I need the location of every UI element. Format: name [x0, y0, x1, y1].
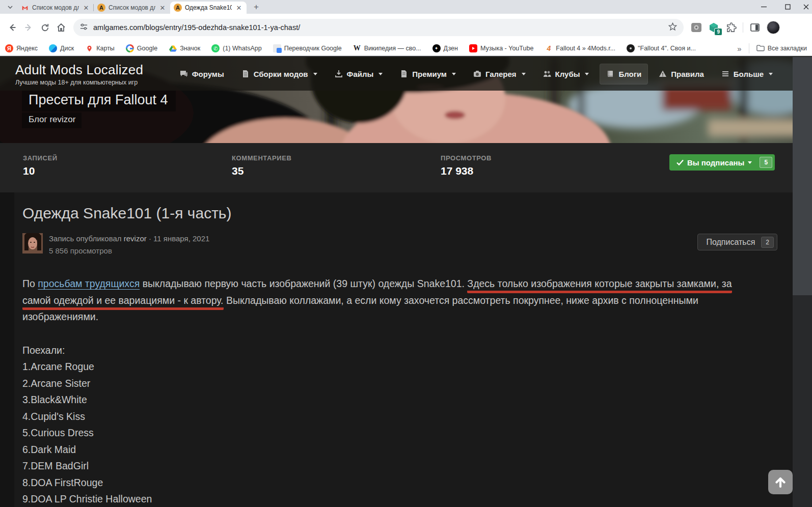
folder-icon [756, 44, 765, 53]
entry-title: Одежда Snake101 (1-я часть) [22, 205, 784, 222]
tab-title: Одежда Snake101 (1-я часть) - [185, 4, 232, 11]
bookmark-whatsapp[interactable]: ✆ (1) WhatsApp [211, 44, 261, 52]
download-icon [335, 70, 343, 78]
views-count: 5 856 просмотров [49, 246, 209, 255]
bookmark-4mods[interactable]: 4 Fallout 4 » 4Mods.r... [545, 44, 615, 52]
inline-link[interactable]: просьбам трудящихся [38, 278, 140, 289]
book-icon [606, 70, 614, 78]
scrollbar-thumb[interactable] [793, 57, 812, 295]
bookmark-star-icon[interactable] [668, 22, 678, 34]
page-scrollbar[interactable] [793, 57, 812, 507]
bookmarks-overflow-icon[interactable]: » [737, 44, 741, 53]
extension-gray-icon[interactable] [691, 22, 702, 33]
new-tab-button[interactable]: + [250, 1, 263, 14]
author-avatar[interactable] [22, 233, 43, 254]
browser-tab[interactable]: Список модов для сборки Se ✕ [17, 2, 94, 14]
bookmark-label: Яндекс [16, 45, 38, 52]
subscribers-count-badge[interactable]: 5 [760, 157, 772, 168]
chevron-down-icon [313, 73, 317, 75]
chevron-down-icon [585, 73, 589, 75]
bookmark-label: Карты [96, 45, 115, 52]
side-panel-icon[interactable] [749, 22, 761, 33]
browser-toolbar: amlgames.com/blogs/entry/195-odezhda-sna… [0, 14, 812, 41]
maximize-button[interactable] [776, 0, 800, 14]
browser-tab-active[interactable]: A Одежда Snake101 (1-я часть) - ✕ [170, 2, 247, 14]
reload-icon[interactable] [37, 19, 53, 36]
home-icon[interactable] [53, 19, 69, 36]
site-brand[interactable]: Adult Mods Localized Лучшие моды 18+ для… [15, 62, 143, 86]
bookmarks-bar: Я Яндекс Диск Карты Google Значок ✆ (1) … [0, 41, 812, 56]
profile-avatar[interactable] [767, 21, 780, 34]
nav-forums[interactable]: Форумы [173, 64, 231, 84]
bookmark-yandex[interactable]: Я Яндекс [5, 44, 38, 52]
chevron-down-icon [748, 161, 752, 164]
subscribe-button[interactable]: Подписаться 2 [697, 234, 777, 250]
bookmark-google[interactable]: Google [126, 44, 157, 52]
bookmark-wikipedia[interactable]: W Википедия — сво... [353, 44, 421, 52]
tab-search-chevron-icon[interactable] [3, 0, 17, 14]
users-icon [543, 70, 551, 78]
extensions-puzzle-icon[interactable] [725, 22, 737, 33]
extension-badge: 9 [714, 28, 722, 36]
blog-subtitle[interactable]: Блог revizor [22, 112, 82, 128]
nav-files[interactable]: Файлы [328, 64, 390, 84]
tab-title: Список модов для сборки Se [32, 4, 79, 11]
list-intro: Поехали: [22, 342, 784, 359]
bookmark-fallout4[interactable]: "Fallout 4". Своя и... [627, 44, 696, 52]
site-settings-icon[interactable] [79, 22, 88, 33]
author-link[interactable]: revizor [124, 234, 147, 243]
google-icon [126, 44, 134, 52]
nav-clubs[interactable]: Клубы [536, 64, 596, 84]
chevron-down-icon [769, 73, 773, 75]
all-bookmarks-label: Все закладки [768, 45, 807, 52]
url-text[interactable]: amlgames.com/blogs/entry/195-odezhda-sna… [93, 23, 668, 32]
back-icon[interactable] [4, 19, 20, 36]
entry-meta: Запись опубликовал revizor · 11 января, … [22, 233, 784, 255]
list-item: 4.Cupid's Kiss [22, 408, 784, 425]
nav-blogs[interactable]: Блоги [600, 64, 648, 84]
scroll-to-top-button[interactable] [768, 470, 793, 494]
yandex-icon: Я [5, 44, 13, 52]
file-icon [400, 70, 408, 78]
outfit-list: Поехали: 1.Arcane Rogue 2.Arcane Sister … [22, 342, 784, 507]
tab-close-icon[interactable]: ✕ [82, 4, 90, 12]
bookmark-translate[interactable]: Переводчик Google [273, 44, 342, 52]
blog-title: Пресеты для Fallout 4 [22, 91, 176, 111]
stat-views: ПРОСМОТРОВ 17 938 [441, 154, 492, 177]
list-item: 9.DOA LP Christie Halloween [22, 491, 784, 507]
nav-rules[interactable]: Правила [652, 64, 711, 84]
extension-area: 9 [691, 21, 780, 34]
bookmark-maps[interactable]: Карты [85, 44, 115, 52]
bookmark-youtube[interactable]: Музыка - YouTube [469, 44, 533, 52]
bookmark-drive[interactable]: Значок [169, 44, 200, 52]
subscribed-button[interactable]: Вы подписаны 5 [669, 154, 775, 171]
forward-icon[interactable] [20, 19, 37, 36]
nav-premium[interactable]: Премиум [393, 64, 463, 84]
list-item: 2.Arcane Sister [22, 375, 784, 392]
file-text-icon [241, 70, 250, 78]
tab-close-icon[interactable]: ✕ [158, 4, 167, 12]
nav-more[interactable]: Больше [715, 64, 779, 84]
entry-body-paragraph: По просьбам трудящихся выкладываю первую… [22, 275, 759, 325]
bookmark-dzen[interactable]: ✦ Дзен [432, 44, 458, 52]
subscribe-count-badge[interactable]: 2 [761, 237, 774, 248]
chevron-down-icon [378, 73, 383, 75]
list-item: 8.DOA FirstRouge [22, 474, 784, 491]
address-bar[interactable]: amlgames.com/blogs/entry/195-odezhda-sna… [73, 19, 684, 36]
extension-teal-icon[interactable]: 9 [708, 22, 719, 33]
minimize-button[interactable] [752, 0, 776, 14]
tab-close-icon[interactable]: ✕ [235, 4, 243, 12]
blog-stats-bar: ЗАПИСЕЙ 10 КОММЕНТАРИЕВ 35 ПРОСМОТРОВ 17… [0, 143, 793, 192]
all-bookmarks[interactable]: Все закладки [756, 44, 807, 53]
published-line: Запись опубликовал revizor · 11 января, … [49, 234, 209, 243]
bookmark-label: Переводчик Google [284, 45, 342, 52]
browser-tab[interactable]: A Список модов для сборки Se ✕ [94, 2, 170, 14]
aml-icon: A [174, 4, 182, 12]
bookmark-label: Диск [60, 45, 74, 52]
list-item: 3.Black&White [22, 391, 784, 408]
bookmark-disk[interactable]: Диск [49, 44, 74, 52]
nav-modpacks[interactable]: Сборки модов [235, 64, 324, 84]
nav-gallery[interactable]: Галерея [467, 64, 532, 84]
camera-icon [473, 70, 481, 78]
close-button[interactable] [800, 0, 812, 14]
